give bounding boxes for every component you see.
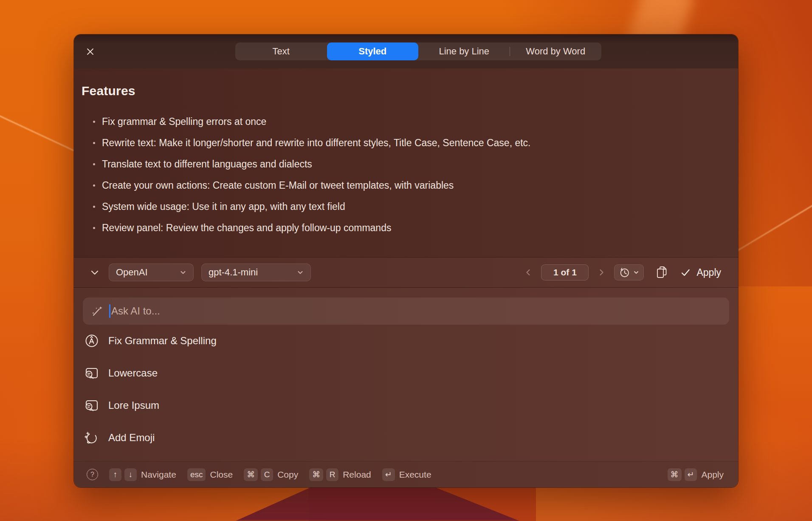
ask-ai-input[interactable]: Ask AI to...	[83, 297, 729, 325]
return-key: ↵	[382, 468, 395, 481]
action-lowercase[interactable]: Lowercase	[74, 357, 738, 389]
segment-divider	[510, 47, 510, 56]
shortcut-bar: ? ↑ ↓ Navigate esc Close ⌘ C Copy ⌘	[74, 461, 738, 487]
r-key: R	[326, 468, 338, 481]
action-label: Fix Grammar & Spelling	[108, 335, 217, 347]
copy-documents-icon	[655, 265, 668, 280]
model-dropdown[interactable]: gpt-4.1-mini	[201, 263, 311, 281]
tab-label: Line by Line	[439, 46, 489, 57]
action-lore-ipsum[interactable]: Lore Ipsum	[74, 389, 738, 422]
prompt-section: Ask AI to... Fix Grammar & Spelling	[74, 288, 738, 461]
next-page-button[interactable]	[597, 268, 606, 277]
features-list: Fix grammar & Spelling errors at once Re…	[82, 111, 721, 238]
arrow-down-key: ↓	[124, 468, 137, 481]
page-indicator: 1 of 1	[541, 264, 589, 280]
command-key: ⌘	[309, 468, 323, 481]
shortcut-keys: ↵	[382, 468, 395, 481]
title-bar: Text Styled Line by Line Word by Word	[74, 34, 738, 68]
tab-label: Styled	[358, 46, 386, 57]
feature-bullet: Create your own actions: Create custom E…	[82, 175, 721, 196]
action-fix-grammar[interactable]: Fix Grammar & Spelling	[74, 325, 738, 357]
text-caret	[109, 304, 110, 318]
view-mode-tabs: Text Styled Line by Line Word by Word	[235, 42, 601, 60]
action-add-emoji[interactable]: Add Emoji	[74, 422, 738, 454]
tab-text[interactable]: Text	[235, 42, 327, 60]
shortcut-keys: ⌘ ↵	[668, 468, 697, 481]
shortcut-execute: ↵ Execute	[382, 468, 431, 481]
chevron-down-icon	[633, 269, 639, 275]
arrow-up-key: ↑	[109, 468, 121, 481]
shortcut-reload: ⌘ R Reload	[309, 468, 371, 481]
response-content: Features Fix grammar & Spelling errors a…	[74, 68, 738, 257]
emoji-sparkle-icon	[84, 430, 100, 446]
feature-bullet: Fix grammar & Spelling errors at once	[82, 111, 721, 132]
esc-key: esc	[187, 468, 206, 481]
shortcut-close: esc Close	[187, 468, 233, 481]
history-dropdown[interactable]	[614, 264, 644, 280]
spellcheck-circle-icon	[84, 333, 100, 349]
shortcut-label: Reload	[343, 470, 371, 480]
provider-label: OpenAI	[116, 267, 148, 278]
return-key: ↵	[685, 468, 697, 481]
tab-label: Word by Word	[526, 46, 585, 57]
shortcut-label: Navigate	[141, 470, 176, 480]
close-icon	[86, 48, 94, 56]
copy-response-button[interactable]	[655, 265, 668, 280]
ask-ai-placeholder: Ask AI to...	[111, 305, 160, 317]
apply-label: Apply	[696, 267, 721, 278]
provider-dropdown[interactable]: OpenAI	[109, 263, 194, 281]
text-search-icon	[84, 365, 100, 381]
chevron-down-icon	[297, 269, 304, 276]
action-label: Lowercase	[108, 367, 158, 379]
shortcut-keys: ↑ ↓	[109, 468, 137, 481]
shortcut-label: Copy	[277, 470, 298, 480]
tab-line-by-line[interactable]: Line by Line	[418, 42, 510, 60]
feature-bullet: Rewrite text: Make it longer/shorter and…	[82, 132, 721, 153]
apply-button[interactable]: Apply	[680, 267, 721, 278]
feature-bullet: Translate text to different languages an…	[82, 153, 721, 175]
action-label: Lore Ipsum	[108, 399, 159, 411]
ai-assistant-window: Text Styled Line by Line Word by Word Fe…	[74, 34, 738, 487]
chevron-right-icon	[597, 268, 606, 277]
help-label: ?	[90, 471, 94, 479]
tab-label: Text	[273, 46, 290, 57]
shortcut-navigate: ↑ ↓ Navigate	[109, 468, 176, 481]
tab-styled[interactable]: Styled	[327, 42, 419, 60]
command-key: ⌘	[244, 468, 258, 481]
chevron-down-icon	[180, 269, 186, 276]
command-key: ⌘	[668, 468, 682, 481]
shortcut-keys: ⌘ C	[244, 468, 273, 481]
shortcut-label: Apply	[701, 470, 724, 480]
shortcut-copy: ⌘ C Copy	[244, 468, 298, 481]
chevron-down-icon	[89, 267, 100, 278]
shortcut-keys: ⌘ R	[309, 468, 338, 481]
toolbar-right-group: 1 of 1	[524, 264, 721, 280]
help-button[interactable]: ?	[87, 469, 98, 480]
c-key: C	[261, 468, 273, 481]
history-icon	[619, 267, 630, 278]
shortcut-apply: ⌘ ↵ Apply	[668, 468, 724, 481]
text-search-icon	[84, 397, 100, 413]
model-toolbar: OpenAI gpt-4.1-mini 1 of 1	[74, 257, 738, 288]
feature-bullet: Review panel: Review the changes and app…	[82, 217, 721, 238]
close-button[interactable]	[84, 45, 96, 57]
features-heading: Features	[82, 84, 721, 98]
action-label: Add Emoji	[108, 432, 155, 444]
magic-wand-icon	[90, 304, 104, 318]
collapse-button[interactable]	[88, 266, 101, 279]
shortcut-label: Close	[210, 470, 233, 480]
checkmark-icon	[680, 267, 691, 277]
chevron-left-icon	[524, 268, 533, 277]
shortcut-keys: esc	[187, 468, 206, 481]
previous-page-button[interactable]	[524, 268, 533, 277]
shortcut-label: Execute	[399, 470, 431, 480]
model-label: gpt-4.1-mini	[209, 267, 258, 278]
feature-bullet: System wide usage: Use it in any app, wi…	[82, 196, 721, 217]
tab-word-by-word[interactable]: Word by Word	[510, 42, 602, 60]
